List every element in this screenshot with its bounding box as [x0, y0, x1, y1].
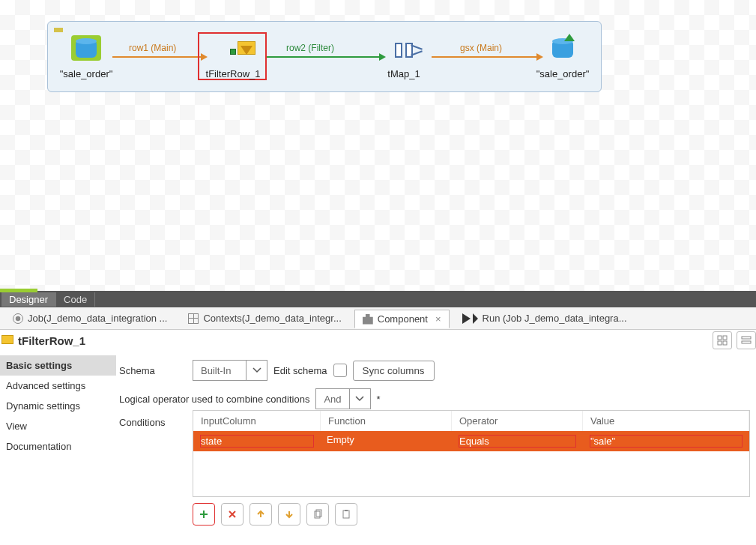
tab-label: Component	[378, 313, 428, 325]
bottom-tab-strip: Job(J_demo_data_integration ... Contexts…	[0, 307, 756, 330]
table-empty-space	[193, 451, 749, 496]
svg-rect-5	[742, 341, 751, 343]
copy-button[interactable]	[306, 503, 329, 526]
tab-label: Run (Job J_demo_data_integra...	[483, 313, 627, 324]
cell-value[interactable]: "sale"	[590, 435, 743, 448]
node-label: "sale_order"	[52, 68, 120, 79]
node-sale-order-output[interactable]: "sale_order"	[529, 38, 596, 79]
connection-gsx[interactable]	[432, 56, 536, 58]
tab-contexts[interactable]: Contexts(J_demo_data_integr...	[180, 309, 349, 328]
conditions-toolbar	[193, 503, 750, 526]
edit-schema-checkbox[interactable]	[333, 364, 347, 377]
edit-schema-label: Edit schema	[273, 365, 327, 376]
node-tmap[interactable]: tMap_1	[370, 38, 438, 79]
move-down-button[interactable]	[278, 503, 300, 526]
paste-button[interactable]	[335, 503, 357, 526]
svg-rect-3	[723, 341, 727, 345]
node-sale-order-input[interactable]: "sale_order"	[52, 38, 120, 79]
nav-basic-settings[interactable]: Basic settings	[0, 355, 116, 376]
svg-rect-0	[718, 336, 722, 340]
filter-icon	[0, 334, 13, 347]
contexts-icon	[188, 313, 199, 324]
play-icon	[473, 313, 478, 324]
required-star: *	[377, 394, 381, 405]
conditions-table[interactable]: InputColumn Function Operator Value stat…	[193, 410, 750, 497]
schema-dropdown[interactable]: Built-In	[193, 360, 267, 381]
job-subflow-box[interactable]: "sale_order" row1 (Main) tFilterRow_1 ro…	[47, 21, 602, 92]
schema-value: Built-In	[193, 365, 246, 376]
component-title: tFilterRow_1	[0, 334, 85, 347]
settings-nav: Basic settings Advanced settings Dynamic…	[0, 355, 116, 545]
cell-inputcolumn[interactable]: state	[200, 435, 314, 448]
nav-view[interactable]: View	[0, 416, 116, 436]
table-header: InputColumn Function Operator Value	[193, 411, 749, 431]
logical-op-dropdown[interactable]: And	[315, 388, 370, 409]
connection-label: row1 (Main)	[129, 43, 176, 53]
move-up-button[interactable]	[250, 503, 272, 526]
node-label: "sale_order"	[529, 68, 596, 79]
logical-op-value: And	[316, 394, 348, 405]
nav-documentation[interactable]: Documentation	[0, 436, 116, 457]
logical-op-label: Logical operator used to combine conditi…	[119, 394, 309, 405]
connection-label: row2 (Filter)	[286, 43, 334, 53]
tab-designer[interactable]: Designer	[1, 292, 56, 307]
remove-row-button[interactable]	[221, 503, 244, 526]
svg-rect-2	[718, 341, 722, 345]
status-strip	[0, 289, 37, 292]
table-row[interactable]: state Empty Equals "sale"	[193, 431, 749, 451]
nav-dynamic-settings[interactable]: Dynamic settings	[0, 396, 116, 416]
connection-label: gsx (Main)	[460, 43, 502, 53]
tab-component[interactable]: Component ×	[354, 310, 450, 328]
node-label: tMap_1	[370, 68, 438, 79]
add-row-button[interactable]	[193, 503, 215, 526]
settings-body: Schema Built-In Edit schema Sync columns…	[116, 355, 756, 545]
tab-job[interactable]: Job(J_demo_data_integration ...	[4, 309, 175, 328]
svg-rect-4	[742, 337, 751, 339]
svg-rect-8	[343, 511, 349, 518]
component-panel: tFilterRow_1 Basic settings Advanced set…	[0, 330, 756, 545]
component-title-text: tFilterRow_1	[18, 334, 85, 347]
view-grid-button[interactable]	[713, 331, 732, 349]
conditions-label: Conditions	[119, 417, 187, 428]
tab-run[interactable]: Run (Job J_demo_data_integra...	[454, 309, 635, 328]
sync-columns-button[interactable]: Sync columns	[353, 361, 435, 381]
cell-function[interactable]: Empty	[321, 431, 452, 451]
node-label: tFilterRow_1	[199, 68, 267, 79]
svg-rect-6	[315, 511, 320, 518]
design-canvas[interactable]: "sale_order" row1 (Main) tFilterRow_1 ro…	[0, 0, 756, 291]
play-icon	[462, 313, 471, 324]
svg-rect-7	[316, 510, 321, 517]
chevron-down-icon	[349, 389, 370, 409]
col-header-input: InputColumn	[193, 411, 321, 431]
cell-operator[interactable]: Equals	[459, 435, 576, 448]
connection-row1[interactable]	[112, 56, 201, 58]
svg-rect-9	[345, 510, 348, 511]
chevron-down-icon	[246, 361, 267, 380]
job-icon	[13, 313, 23, 324]
svg-rect-1	[723, 336, 727, 340]
db-input-icon	[74, 38, 98, 59]
col-header-operator: Operator	[452, 411, 583, 431]
view-list-button[interactable]	[737, 331, 756, 349]
nav-advanced-settings[interactable]: Advanced settings	[0, 376, 116, 396]
schema-label: Schema	[119, 365, 187, 376]
col-header-function: Function	[321, 411, 452, 431]
close-icon[interactable]: ×	[435, 313, 441, 325]
tab-label: Contexts(J_demo_data_integr...	[203, 313, 341, 324]
mode-tab-bar: Designer Code	[0, 291, 756, 307]
node-tfilterrow[interactable]: tFilterRow_1	[199, 38, 267, 79]
tab-label: Job(J_demo_data_integration ...	[28, 313, 167, 324]
col-header-value: Value	[583, 411, 749, 431]
connection-row2[interactable]	[267, 56, 379, 58]
tab-code[interactable]: Code	[56, 292, 95, 307]
component-icon	[363, 314, 373, 325]
db-output-icon	[551, 38, 575, 59]
